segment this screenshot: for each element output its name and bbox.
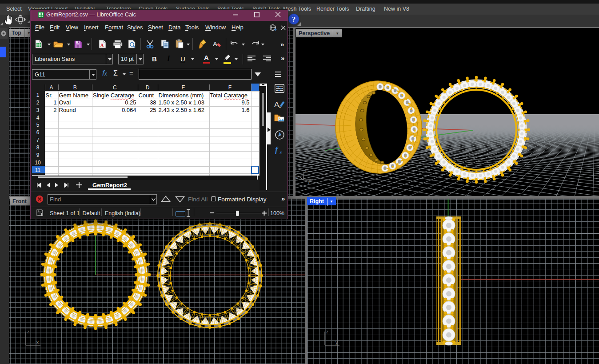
svg-text:x: x — [279, 149, 282, 155]
svg-text:x: x — [296, 175, 298, 180]
svg-text:z: z — [27, 329, 29, 334]
svg-text:f: f — [275, 145, 279, 154]
svg-text:y: y — [308, 180, 310, 184]
svg-text:x: x — [36, 340, 39, 345]
svg-text:y: y — [335, 340, 338, 345]
svg-text:A: A — [213, 40, 217, 48]
svg-text:z: z — [305, 168, 307, 172]
svg-text:A: A — [274, 100, 280, 109]
svg-text:A: A — [100, 43, 104, 48]
svg-text:z: z — [326, 329, 328, 334]
svg-text:?: ? — [292, 15, 296, 24]
